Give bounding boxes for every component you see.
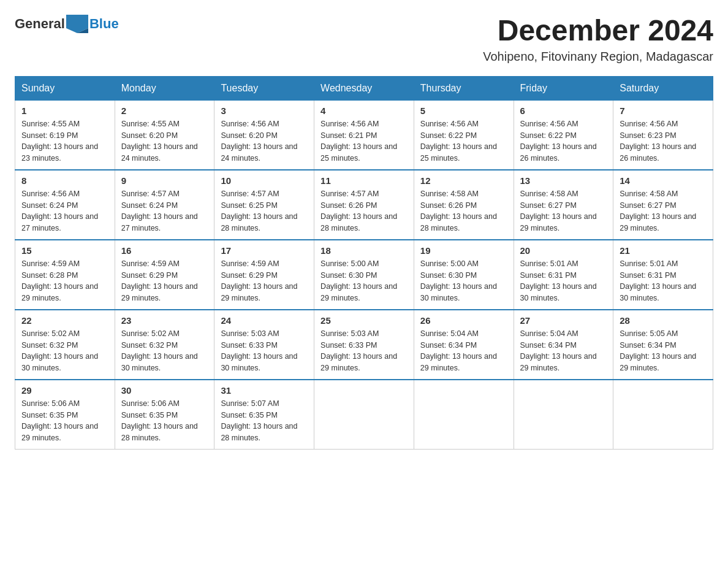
day-info: Sunrise: 5:04 AMSunset: 6:34 PMDaylight:… — [420, 329, 497, 372]
day-info: Sunrise: 5:04 AMSunset: 6:34 PMDaylight:… — [520, 329, 597, 372]
logo-icon — [66, 15, 88, 33]
day-info: Sunrise: 4:56 AMSunset: 6:21 PMDaylight:… — [320, 120, 397, 163]
calendar-cell: 21 Sunrise: 5:01 AMSunset: 6:31 PMDaylig… — [613, 240, 713, 310]
day-info: Sunrise: 4:58 AMSunset: 6:26 PMDaylight:… — [420, 190, 497, 232]
calendar-header-row: SundayMondayTuesdayWednesdayThursdayFrid… — [15, 76, 713, 100]
day-number: 2 — [121, 105, 208, 116]
day-number: 19 — [420, 245, 507, 256]
day-number: 7 — [620, 105, 707, 116]
day-info: Sunrise: 5:02 AMSunset: 6:32 PMDaylight:… — [21, 329, 98, 372]
calendar-cell: 17 Sunrise: 4:59 AMSunset: 6:29 PMDaylig… — [214, 240, 314, 310]
day-number: 31 — [221, 385, 308, 396]
calendar-cell: 10 Sunrise: 4:57 AMSunset: 6:25 PMDaylig… — [214, 170, 314, 240]
day-number: 16 — [121, 245, 208, 256]
calendar-cell: 4 Sunrise: 4:56 AMSunset: 6:21 PMDayligh… — [314, 100, 414, 170]
day-header-sunday: Sunday — [15, 76, 115, 100]
day-number: 13 — [520, 175, 607, 186]
day-info: Sunrise: 4:55 AMSunset: 6:19 PMDaylight:… — [21, 120, 98, 163]
day-info: Sunrise: 4:57 AMSunset: 6:26 PMDaylight:… — [320, 190, 397, 232]
day-info: Sunrise: 4:57 AMSunset: 6:24 PMDaylight:… — [121, 190, 198, 232]
day-number: 22 — [21, 315, 108, 326]
day-info: Sunrise: 5:01 AMSunset: 6:31 PMDaylight:… — [620, 259, 696, 302]
calendar-cell: 14 Sunrise: 4:58 AMSunset: 6:27 PMDaylig… — [613, 170, 713, 240]
calendar-cell: 2 Sunrise: 4:55 AMSunset: 6:20 PMDayligh… — [115, 100, 214, 170]
day-info: Sunrise: 4:59 AMSunset: 6:29 PMDaylight:… — [221, 259, 297, 302]
day-header-thursday: Thursday — [414, 76, 514, 100]
day-number: 21 — [620, 245, 707, 256]
calendar-cell: 23 Sunrise: 5:02 AMSunset: 6:32 PMDaylig… — [115, 310, 214, 380]
day-number: 29 — [21, 385, 108, 396]
day-info: Sunrise: 4:57 AMSunset: 6:25 PMDaylight:… — [221, 190, 297, 232]
day-info: Sunrise: 5:07 AMSunset: 6:35 PMDaylight:… — [221, 399, 297, 442]
day-header-monday: Monday — [115, 76, 214, 100]
day-info: Sunrise: 4:56 AMSunset: 6:23 PMDaylight:… — [620, 120, 696, 163]
day-info: Sunrise: 5:06 AMSunset: 6:35 PMDaylight:… — [121, 399, 198, 442]
calendar-week-row: 1 Sunrise: 4:55 AMSunset: 6:19 PMDayligh… — [15, 100, 713, 170]
day-info: Sunrise: 5:00 AMSunset: 6:30 PMDaylight:… — [420, 259, 497, 302]
calendar-cell: 31 Sunrise: 5:07 AMSunset: 6:35 PMDaylig… — [214, 380, 314, 450]
calendar-cell: 8 Sunrise: 4:56 AMSunset: 6:24 PMDayligh… — [15, 170, 115, 240]
day-info: Sunrise: 5:03 AMSunset: 6:33 PMDaylight:… — [221, 329, 297, 372]
day-number: 26 — [420, 315, 507, 326]
day-info: Sunrise: 5:02 AMSunset: 6:32 PMDaylight:… — [121, 329, 198, 372]
day-info: Sunrise: 4:56 AMSunset: 6:20 PMDaylight:… — [221, 120, 297, 163]
day-info: Sunrise: 5:00 AMSunset: 6:30 PMDaylight:… — [320, 259, 397, 302]
day-number: 15 — [21, 245, 108, 256]
calendar-week-row: 29 Sunrise: 5:06 AMSunset: 6:35 PMDaylig… — [15, 380, 713, 450]
day-number: 14 — [620, 175, 707, 186]
day-header-wednesday: Wednesday — [314, 76, 414, 100]
page-header: General Blue December 2024 Vohipeno, Fit… — [15, 15, 713, 64]
calendar-week-row: 22 Sunrise: 5:02 AMSunset: 6:32 PMDaylig… — [15, 310, 713, 380]
day-number: 10 — [221, 175, 308, 186]
calendar-cell — [414, 380, 514, 450]
calendar-table: SundayMondayTuesdayWednesdayThursdayFrid… — [15, 76, 713, 450]
calendar-cell: 11 Sunrise: 4:57 AMSunset: 6:26 PMDaylig… — [314, 170, 414, 240]
day-number: 25 — [320, 315, 408, 326]
day-info: Sunrise: 4:56 AMSunset: 6:22 PMDaylight:… — [520, 120, 597, 163]
calendar-cell: 7 Sunrise: 4:56 AMSunset: 6:23 PMDayligh… — [613, 100, 713, 170]
calendar-cell: 28 Sunrise: 5:05 AMSunset: 6:34 PMDaylig… — [613, 310, 713, 380]
day-info: Sunrise: 5:05 AMSunset: 6:34 PMDaylight:… — [620, 329, 696, 372]
day-number: 24 — [221, 315, 308, 326]
day-number: 17 — [221, 245, 308, 256]
day-info: Sunrise: 4:59 AMSunset: 6:29 PMDaylight:… — [121, 259, 198, 302]
day-number: 30 — [121, 385, 208, 396]
calendar-cell — [514, 380, 613, 450]
day-number: 9 — [121, 175, 208, 186]
day-number: 18 — [320, 245, 408, 256]
calendar-cell: 24 Sunrise: 5:03 AMSunset: 6:33 PMDaylig… — [214, 310, 314, 380]
day-header-tuesday: Tuesday — [214, 76, 314, 100]
calendar-cell: 30 Sunrise: 5:06 AMSunset: 6:35 PMDaylig… — [115, 380, 214, 450]
subtitle: Vohipeno, Fitovinany Region, Madagascar — [483, 50, 713, 64]
calendar-cell: 22 Sunrise: 5:02 AMSunset: 6:32 PMDaylig… — [15, 310, 115, 380]
title-block: December 2024 Vohipeno, Fitovinany Regio… — [483, 15, 713, 64]
calendar-cell: 18 Sunrise: 5:00 AMSunset: 6:30 PMDaylig… — [314, 240, 414, 310]
day-number: 20 — [520, 245, 607, 256]
day-number: 1 — [21, 105, 108, 116]
day-number: 3 — [221, 105, 308, 116]
day-info: Sunrise: 4:56 AMSunset: 6:24 PMDaylight:… — [21, 190, 98, 232]
calendar-cell: 25 Sunrise: 5:03 AMSunset: 6:33 PMDaylig… — [314, 310, 414, 380]
calendar-cell: 12 Sunrise: 4:58 AMSunset: 6:26 PMDaylig… — [414, 170, 514, 240]
calendar-cell: 13 Sunrise: 4:58 AMSunset: 6:27 PMDaylig… — [514, 170, 613, 240]
day-header-saturday: Saturday — [613, 76, 713, 100]
day-number: 4 — [320, 105, 408, 116]
day-number: 23 — [121, 315, 208, 326]
day-info: Sunrise: 4:55 AMSunset: 6:20 PMDaylight:… — [121, 120, 198, 163]
calendar-cell: 6 Sunrise: 4:56 AMSunset: 6:22 PMDayligh… — [514, 100, 613, 170]
calendar-cell: 1 Sunrise: 4:55 AMSunset: 6:19 PMDayligh… — [15, 100, 115, 170]
calendar-cell: 20 Sunrise: 5:01 AMSunset: 6:31 PMDaylig… — [514, 240, 613, 310]
day-header-friday: Friday — [514, 76, 613, 100]
calendar-cell: 15 Sunrise: 4:59 AMSunset: 6:28 PMDaylig… — [15, 240, 115, 310]
day-info: Sunrise: 5:03 AMSunset: 6:33 PMDaylight:… — [320, 329, 397, 372]
day-info: Sunrise: 4:56 AMSunset: 6:22 PMDaylight:… — [420, 120, 497, 163]
day-number: 8 — [21, 175, 108, 186]
calendar-cell: 3 Sunrise: 4:56 AMSunset: 6:20 PMDayligh… — [214, 100, 314, 170]
calendar-cell: 29 Sunrise: 5:06 AMSunset: 6:35 PMDaylig… — [15, 380, 115, 450]
calendar-cell: 27 Sunrise: 5:04 AMSunset: 6:34 PMDaylig… — [514, 310, 613, 380]
day-info: Sunrise: 5:06 AMSunset: 6:35 PMDaylight:… — [21, 399, 98, 442]
calendar-cell — [314, 380, 414, 450]
day-number: 11 — [320, 175, 408, 186]
calendar-cell — [613, 380, 713, 450]
logo-blue-text: Blue — [89, 16, 119, 32]
